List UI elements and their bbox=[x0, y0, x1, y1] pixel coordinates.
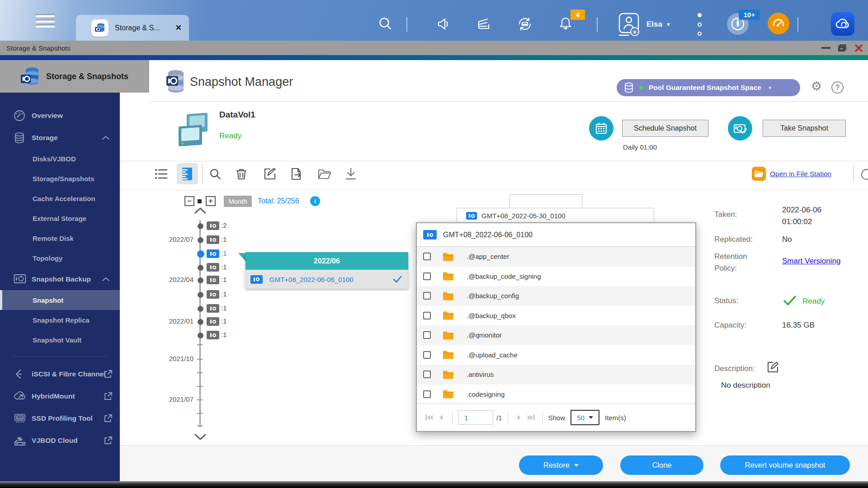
pool-guaranteed-snapshot-space-button[interactable]: Pool Guaranteed Snapshot Space ▼ bbox=[617, 79, 800, 96]
folder-checkbox[interactable] bbox=[423, 390, 431, 398]
folder-row[interactable]: .@qmonitor bbox=[417, 325, 695, 345]
sidebar-item-iscsi-fibre-channel[interactable]: iSCSI & Fibre Channel bbox=[0, 363, 120, 385]
folder-row[interactable]: .@app_center bbox=[417, 247, 695, 267]
timeline-zoom-in-button[interactable]: + bbox=[206, 196, 216, 206]
timeline-node-dot[interactable] bbox=[198, 319, 203, 325]
first-page-icon[interactable] bbox=[423, 412, 435, 423]
folder-row[interactable]: .@upload_cache bbox=[417, 345, 695, 365]
timeline-zoom-out-button[interactable]: − bbox=[184, 196, 194, 206]
sidebar-item-external-storage[interactable]: External Storage bbox=[0, 208, 120, 228]
sync-backup-icon[interactable] bbox=[514, 14, 535, 34]
export-snapshot-icon[interactable] bbox=[289, 167, 304, 181]
snapshot-camera-icon[interactable] bbox=[207, 317, 219, 326]
sidebar-item-disks-vjbod[interactable]: Disks/VJBOD bbox=[0, 149, 120, 169]
browse-folder-icon[interactable] bbox=[317, 167, 332, 181]
timeline-node-dot[interactable] bbox=[198, 237, 203, 243]
edit-description-icon[interactable] bbox=[767, 361, 779, 373]
snapshot-camera-icon[interactable] bbox=[207, 263, 219, 272]
schedule-snapshot-button[interactable]: Schedule Snapshot bbox=[622, 120, 708, 137]
revert-volume-snapshot-button[interactable]: Revert volume snapshot bbox=[720, 455, 850, 475]
timeline-node-dot[interactable] bbox=[198, 223, 203, 229]
sidebar-item-topology[interactable]: Topology bbox=[0, 248, 120, 268]
timeline-scroll-down-icon[interactable] bbox=[194, 434, 206, 440]
clone-button[interactable]: Clone bbox=[620, 455, 703, 475]
snapshot-camera-icon[interactable] bbox=[207, 221, 219, 230]
edit-snapshot-icon[interactable] bbox=[263, 167, 277, 181]
folder-checkbox[interactable] bbox=[423, 331, 431, 339]
snapshot-camera-icon[interactable] bbox=[207, 235, 219, 244]
sidebar-item-snapshot-backup[interactable]: Snapshot Backup bbox=[0, 268, 120, 290]
announcement-icon[interactable] bbox=[434, 14, 454, 34]
folder-checkbox[interactable] bbox=[423, 253, 431, 260]
app-tab-close-icon[interactable]: ✕ bbox=[175, 23, 182, 33]
page-number-input[interactable] bbox=[458, 410, 493, 425]
prev-page-icon[interactable] bbox=[435, 412, 447, 423]
folder-row[interactable]: .@backup_qbox bbox=[417, 306, 695, 326]
window-maximize-icon[interactable] bbox=[835, 41, 849, 55]
list-view-icon[interactable] bbox=[154, 167, 169, 181]
timeline-node-dot[interactable] bbox=[198, 265, 203, 271]
timeline-node-dot[interactable] bbox=[198, 333, 203, 338]
window-minimize-icon[interactable] bbox=[819, 41, 833, 55]
search-icon[interactable] bbox=[375, 14, 396, 34]
retention-policy-link[interactable]: Smart Versioning bbox=[782, 257, 840, 266]
timeline-node-dot[interactable] bbox=[198, 277, 203, 283]
sidebar-item-snapshot-replica[interactable]: Snapshot Replica bbox=[0, 310, 120, 330]
sidebar-item-storage-snapshots[interactable]: Storage/Snapshots bbox=[0, 169, 120, 188]
main-menu-icon[interactable] bbox=[35, 14, 55, 28]
refresh-icon[interactable] bbox=[860, 168, 868, 181]
timeline-node-dot[interactable] bbox=[197, 250, 204, 258]
last-page-icon[interactable] bbox=[525, 412, 537, 423]
chevron-up-icon[interactable] bbox=[102, 277, 110, 282]
app-tab-storage-snapshots[interactable]: Storage & S... ✕ bbox=[76, 15, 189, 41]
chevron-up-icon[interactable] bbox=[102, 136, 110, 140]
snapshot-row-selected[interactable]: GMT+08_2022-06-06_0100 bbox=[245, 270, 408, 289]
restore-button[interactable]: Restore bbox=[519, 455, 603, 475]
sidebar-item-cache-acceleration[interactable]: Cache Acceleration bbox=[0, 188, 120, 208]
folder-row[interactable]: .codesigning bbox=[417, 385, 695, 404]
sidebar-item-overview[interactable]: Overview bbox=[0, 104, 120, 127]
sidebar-item-vjbod-cloud[interactable]: VJBOD Cloud bbox=[0, 429, 120, 451]
timeline-node-dot[interactable] bbox=[198, 292, 203, 298]
dashboard-gauge-icon[interactable] bbox=[768, 13, 789, 34]
folder-checkbox[interactable] bbox=[423, 371, 431, 378]
snapshot-camera-icon[interactable] bbox=[207, 276, 219, 284]
user-menu[interactable]: ★ Elsa ▼ bbox=[617, 12, 671, 37]
sidebar-item-snapshot[interactable]: Snapshot bbox=[0, 290, 120, 310]
help-icon[interactable]: ? bbox=[831, 81, 844, 94]
take-snapshot-button[interactable]: Take Snapshot bbox=[763, 120, 846, 137]
open-in-file-station-link[interactable]: Open in File Station bbox=[770, 170, 831, 178]
download-snapshot-icon[interactable] bbox=[344, 167, 358, 181]
snapshot-camera-icon[interactable] bbox=[207, 249, 219, 258]
sidebar-item-storage[interactable]: Storage bbox=[0, 127, 120, 149]
take-snapshot-icon[interactable] bbox=[728, 116, 752, 141]
file-station-folder-icon[interactable] bbox=[752, 167, 766, 181]
folder-row[interactable]: .@backup_config bbox=[417, 286, 695, 306]
folder-checkbox[interactable] bbox=[423, 351, 431, 359]
settings-gear-icon[interactable]: ⚙ bbox=[811, 80, 822, 93]
folder-row[interactable]: .antivirus bbox=[417, 365, 695, 385]
timeline-node-dot[interactable] bbox=[198, 306, 203, 312]
schedule-snapshot-icon[interactable] bbox=[589, 116, 613, 141]
myqnapcloud-icon[interactable] bbox=[831, 12, 854, 36]
folder-checkbox[interactable] bbox=[423, 312, 431, 319]
info-icon[interactable]: i bbox=[310, 196, 320, 206]
next-page-icon[interactable] bbox=[514, 412, 525, 423]
search-snapshot-icon[interactable] bbox=[208, 167, 222, 181]
delete-snapshot-icon[interactable] bbox=[234, 167, 249, 181]
page-size-select[interactable]: 50 bbox=[571, 410, 599, 425]
timeline-view-icon[interactable] bbox=[180, 167, 194, 181]
folder-row[interactable]: .@backup_code_signing bbox=[417, 267, 695, 286]
sidebar-item-remote-disk[interactable]: Remote Disk bbox=[0, 228, 120, 248]
folder-checkbox[interactable] bbox=[423, 272, 431, 280]
snapshot-camera-icon[interactable] bbox=[207, 290, 219, 299]
window-close-icon[interactable] bbox=[852, 41, 865, 55]
folder-checkbox[interactable] bbox=[423, 292, 431, 300]
sidebar-item-snapshot-vault[interactable]: Snapshot Vault bbox=[0, 330, 120, 350]
timeline-scroll-up-icon[interactable] bbox=[194, 207, 206, 214]
sidebar-item-ssd-profiling-tool[interactable]: SSDSSD Profiling Tool bbox=[0, 407, 120, 429]
snapshot-camera-icon[interactable] bbox=[207, 331, 219, 339]
snapshot-camera-icon[interactable] bbox=[207, 304, 219, 313]
background-tasks-icon[interactable] bbox=[473, 14, 494, 34]
more-options-icon[interactable] bbox=[696, 13, 703, 36]
